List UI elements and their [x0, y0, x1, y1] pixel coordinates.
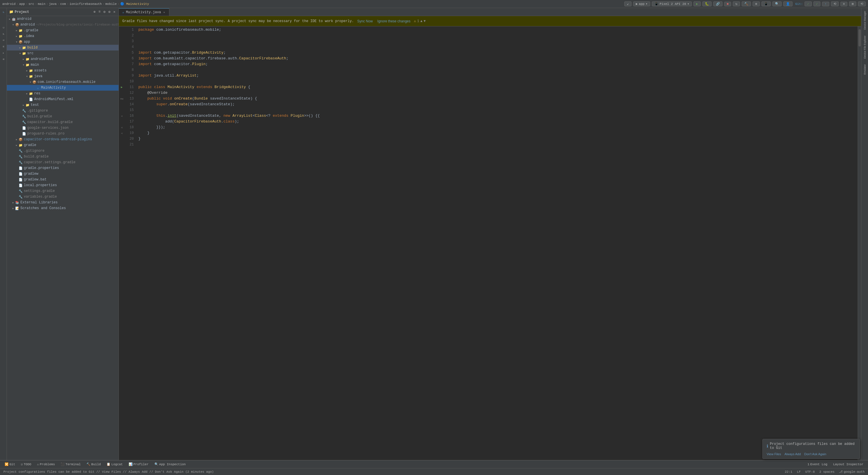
tree-item-res[interactable]: ▶ 📁 res — [7, 91, 119, 96]
bottom-tab-problems[interactable]: ⚠ Problems — [35, 462, 57, 467]
tree-item-gitignore-root[interactable]: ▶ 🔧 .gitignore — [7, 148, 119, 154]
git-history-btn[interactable]: ⟲ — [831, 1, 839, 6]
dont-ask-btn[interactable]: Don't Ask Again — [804, 452, 826, 456]
build-btn[interactable]: 🔨 — [742, 1, 751, 6]
tree-item-capacitor-settings[interactable]: ▶ 🔧 capacitor.settings.gradle — [7, 160, 119, 165]
tab-close-btn[interactable]: ✕ — [163, 10, 166, 14]
tree-item-external-libraries[interactable]: ▶ 📚 External Libraries — [7, 200, 119, 205]
always-add-btn[interactable]: Always Add — [784, 452, 801, 456]
sidebar-settings-btn[interactable]: ⚙ — [107, 9, 112, 14]
tree-item-pkg[interactable]: ▼ 📦 com.ionicfirebaseauth.mobile — [7, 79, 119, 85]
build-variants-icon-btn[interactable]: B — [1, 56, 6, 62]
project-icon-btn[interactable]: P — [1, 9, 6, 15]
event-log-btn[interactable]: 1 Event Log — [805, 462, 830, 467]
annotate-btn[interactable]: ≡ — [840, 2, 848, 6]
stop-btn[interactable]: ■ — [724, 2, 732, 6]
tree-item-settings-gradle[interactable]: ▶ 🔧 settings.gradle — [7, 188, 119, 194]
vcs-update-btn[interactable]: ↙ — [624, 1, 631, 6]
tree-item-idea[interactable]: ▶ 📁 .idea — [7, 33, 119, 39]
tree-item-main[interactable]: ▼ 📁 main — [7, 62, 119, 68]
sidebar-close-btn[interactable]: ✕ — [113, 9, 116, 14]
scrollbar-thumb[interactable] — [859, 29, 861, 46]
tree-item-capacitor-cordova[interactable]: ▶ 📦 capacitor-cordova-android-plugins — [7, 137, 119, 142]
git-fetch-btn[interactable]: ↑ — [822, 2, 829, 6]
tree-item-proguard[interactable]: ▶ 📄 proguard-rules.pro — [7, 131, 119, 137]
bottom-tab-app-inspection[interactable]: 🔍 App Inspection — [152, 462, 188, 467]
tree-item-build-gradle[interactable]: ▶ 🔧 build.gradle — [7, 113, 119, 119]
code-editor[interactable]: ▶ ⊙ ◁ ◁ ◁ ◁ 1 — [119, 26, 861, 460]
breadcrumb-com[interactable]: com — [60, 2, 66, 6]
device-selector[interactable]: 📱 Pixel 2 API 28 ▾ — [652, 1, 692, 6]
sidebar-sync-btn[interactable]: ≡ — [98, 9, 101, 14]
tree-item-build-gradle-root[interactable]: ▶ 🔧 build.gradle — [7, 154, 119, 160]
sync-now-btn[interactable]: Sync Now — [356, 19, 374, 23]
breadcrumb-android[interactable]: android — [2, 2, 16, 6]
sidebar-filter-btn[interactable]: ⚙ — [102, 9, 106, 14]
tree-item-assets[interactable]: ▶ 📁 assets — [7, 68, 119, 73]
tree-item-gradle-root[interactable]: ▶ 📁 gradle — [7, 142, 119, 148]
commit-icon-btn[interactable]: C — [1, 25, 6, 30]
warning-chevron-up[interactable]: ▲ — [420, 19, 422, 23]
tree-item-gradle-properties[interactable]: ▶ 📄 gradle.properties — [7, 165, 119, 171]
breadcrumb-mainactivity[interactable]: 🔵 MainActivity — [120, 2, 149, 6]
pull-requests-icon-btn[interactable]: P — [1, 31, 6, 37]
tree-item-androidtest[interactable]: ▶ 📁 androidTest — [7, 56, 119, 62]
breadcrumb-java[interactable]: java — [49, 2, 57, 6]
gutter-13-run[interactable]: ⊙ ◁ — [119, 96, 125, 102]
indent[interactable]: 2 spaces — [818, 468, 836, 475]
cursor-position[interactable]: 22:1 — [784, 468, 794, 475]
tree-item-capacitor-build-gradle[interactable]: ▶ 🔧 capacitor.build.gradle — [7, 119, 119, 125]
diff-btn[interactable]: ⊞ — [849, 1, 856, 6]
favorites-icon-btn[interactable]: ★ — [1, 50, 6, 56]
tree-item-google-services[interactable]: ▶ 📄 google-services.json — [7, 125, 119, 131]
breadcrumb-mobile[interactable]: mobile — [105, 2, 117, 6]
revert-btn[interactable]: ⟲ — [858, 1, 866, 6]
line-ending[interactable]: LF — [796, 468, 802, 475]
branch-selector[interactable]: ⎇ google-auth — [838, 468, 866, 475]
tab-mainactivity[interactable]: ☕ MainActivity.java ✕ — [119, 8, 169, 16]
settings-btn[interactable]: 👤 — [783, 1, 793, 6]
git-update-btn[interactable]: ✓ — [805, 1, 812, 6]
bottom-tab-git[interactable]: 🔀 Git — [2, 462, 18, 467]
code-content[interactable]: package com.ionicfirebaseauth.mobile; im… — [136, 26, 858, 460]
tree-item-android-root[interactable]: ▶ 🤖 android — [7, 16, 119, 22]
breadcrumb-ionicfirebaseauth[interactable]: ionicfirebaseauth — [69, 2, 102, 6]
bottom-tab-terminal[interactable]: ⬛ Terminal — [58, 462, 83, 467]
sdk-manager-btn[interactable]: ⚙ — [753, 1, 760, 6]
view-files-btn[interactable]: View Files — [767, 452, 781, 456]
search-btn[interactable]: 🔍 — [772, 1, 782, 6]
bottom-tab-profiler[interactable]: 📊 Profiler — [126, 462, 151, 467]
tree-item-java[interactable]: ▼ 📁 java — [7, 73, 119, 79]
debug-btn[interactable]: 🐛 — [702, 1, 712, 6]
warning-chevron-down[interactable]: ▼ — [424, 19, 426, 23]
tree-item-mainactivity[interactable]: ▶ ☕ MainActivity — [7, 85, 119, 91]
avd-manager-btn[interactable]: 📱 — [762, 1, 771, 6]
bottom-tab-build[interactable]: 🔨 Build — [84, 462, 103, 467]
editor-scrollbar[interactable] — [858, 26, 861, 460]
resource-manager-icon-btn[interactable]: R — [1, 44, 6, 49]
tree-item-gradle[interactable]: ▶ 📁 .gradle — [7, 28, 119, 33]
tree-item-variables-gradle[interactable]: ▶ 🔧 variables.gradle — [7, 194, 119, 200]
emulator-icon-btn[interactable]: Emulator — [863, 63, 867, 76]
bottom-tab-logcat[interactable]: 📋 Logcat — [104, 462, 125, 467]
tree-item-gradlew-bat[interactable]: ▶ 📄 gradlew.bat — [7, 177, 119, 182]
layout-inspector-btn[interactable]: Layout Inspector — [831, 462, 866, 467]
run-config-selector[interactable]: ▶ app ▾ — [633, 1, 650, 6]
tree-item-gradlew[interactable]: ▶ 📄 gradlew — [7, 171, 119, 177]
tree-item-src[interactable]: ▼ 📁 src — [7, 50, 119, 56]
tree-item-scratches[interactable]: ▶ 📝 Scratches and Consoles — [7, 205, 119, 211]
encoding[interactable]: UTF-8 — [804, 468, 816, 475]
breadcrumb-app[interactable]: app — [19, 2, 25, 6]
bottom-tab-todo[interactable]: ☑ TODO — [19, 462, 34, 467]
breadcrumb-main[interactable]: main — [38, 2, 45, 6]
device-file-explorer-icon-btn[interactable]: Device File Explorer — [863, 34, 867, 61]
attach-debugger-btn[interactable]: 🔗 — [713, 1, 722, 6]
tree-item-local-properties[interactable]: ▶ 📄 local.properties — [7, 182, 119, 188]
tree-item-androidmanifest[interactable]: ▶ 📄 AndroidManifest.xml — [7, 96, 119, 102]
breadcrumb-src[interactable]: src — [28, 2, 34, 6]
structure-icon-btn[interactable]: S — [1, 37, 6, 43]
git-push-btn[interactable]: ✓ — [813, 1, 820, 6]
gutter-11-run[interactable]: ▶ — [119, 84, 125, 90]
tree-item-test[interactable]: ▶ 📁 test — [7, 102, 119, 108]
tree-item-build[interactable]: ▶ 📁 build — [7, 45, 119, 50]
